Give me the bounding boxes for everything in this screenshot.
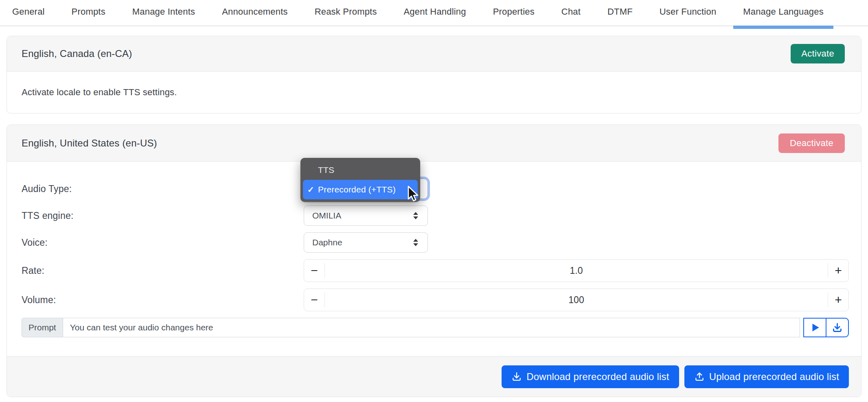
audio-type-label: Audio Type: xyxy=(22,184,304,194)
locale-en-ca-header: English, Canada (en-CA) Activate xyxy=(7,36,861,72)
rate-label: Rate: xyxy=(22,265,304,276)
rate-decrement-button[interactable]: − xyxy=(304,264,324,277)
volume-label: Volume: xyxy=(22,295,304,306)
rate-row: Rate: − 1.0 + xyxy=(22,259,849,282)
activate-hint-text: Activate locale to enable TTS settings. xyxy=(22,87,177,97)
play-audio-button[interactable] xyxy=(803,318,826,337)
tab-agent-handling[interactable]: Agent Handling xyxy=(404,7,466,17)
tab-bar: General Prompts Manage Intents Announcem… xyxy=(0,0,868,26)
tab-reask-prompts[interactable]: Reask Prompts xyxy=(315,7,377,17)
dropdown-option-tts[interactable]: TTS xyxy=(303,160,418,180)
download-icon xyxy=(511,371,522,382)
volume-increment-button[interactable]: + xyxy=(828,294,848,306)
tts-settings-form: Audio Type: Prerecorded (+TTS) TTS engin… xyxy=(7,162,861,356)
tab-announcements[interactable]: Announcements xyxy=(222,7,288,17)
upload-icon xyxy=(694,371,705,382)
chevron-updown-icon xyxy=(412,211,419,220)
tab-manage-intents[interactable]: Manage Intents xyxy=(132,7,195,17)
tab-manage-languages[interactable]: Manage Languages xyxy=(743,7,824,17)
dropdown-option-prerecorded-tts[interactable]: ✓ Prerecorded (+TTS) xyxy=(303,180,418,199)
voice-row: Voice: Daphne xyxy=(22,232,849,253)
upload-prerecorded-list-label: Upload prerecorded audio list xyxy=(709,371,839,382)
rate-stepper: − 1.0 + xyxy=(304,259,849,282)
locale-en-us-header: English, United States (en-US) Deactivat… xyxy=(7,125,861,162)
dropdown-option-label: TTS xyxy=(318,165,334,175)
volume-row: Volume: − 100 + xyxy=(22,288,849,311)
download-prerecorded-list-button[interactable]: Download prerecorded audio list xyxy=(502,365,679,388)
tab-general[interactable]: General xyxy=(12,7,45,17)
deactivate-button[interactable]: Deactivate xyxy=(778,133,845,153)
play-icon xyxy=(810,322,820,333)
rate-value: 1.0 xyxy=(325,265,828,276)
audio-type-dropdown-menu: TTS ✓ Prerecorded (+TTS) xyxy=(300,158,420,202)
tts-engine-row: TTS engine: OMILIA xyxy=(22,205,849,226)
upload-prerecorded-list-button[interactable]: Upload prerecorded audio list xyxy=(684,365,849,388)
locale-panel-en-us: English, United States (en-US) Deactivat… xyxy=(7,125,861,397)
activate-button[interactable]: Activate xyxy=(791,44,845,63)
voice-label: Voice: xyxy=(22,237,304,248)
chevron-updown-icon xyxy=(412,238,419,247)
tts-engine-label: TTS engine: xyxy=(22,210,304,221)
voice-value: Daphne xyxy=(312,238,342,247)
tts-engine-select[interactable]: OMILIA xyxy=(304,205,428,226)
dropdown-option-label: Prerecorded (+TTS) xyxy=(318,185,396,194)
prompt-addon-label: Prompt xyxy=(22,318,63,337)
download-prerecorded-list-label: Download prerecorded audio list xyxy=(526,371,669,382)
voice-select[interactable]: Daphne xyxy=(304,232,428,253)
tab-properties[interactable]: Properties xyxy=(493,7,535,17)
locale-en-ca-body: Activate locale to enable TTS settings. xyxy=(7,72,861,113)
volume-value: 100 xyxy=(325,295,828,306)
tab-user-function[interactable]: User Function xyxy=(660,7,717,17)
volume-decrement-button[interactable]: − xyxy=(304,294,324,306)
rate-increment-button[interactable]: + xyxy=(828,264,848,277)
locale-en-us-footer: Download prerecorded audio list Upload p… xyxy=(7,356,861,397)
prompt-test-input[interactable] xyxy=(63,318,800,337)
locale-en-ca-title: English, Canada (en-CA) xyxy=(22,48,132,59)
locale-en-us-title: English, United States (en-US) xyxy=(22,138,157,149)
tab-dtmf[interactable]: DTMF xyxy=(607,7,633,17)
locale-panel-en-ca: English, Canada (en-CA) Activate Activat… xyxy=(7,36,861,114)
tts-engine-value: OMILIA xyxy=(312,211,341,221)
download-audio-button[interactable] xyxy=(826,318,849,337)
volume-stepper: − 100 + xyxy=(304,288,849,311)
audio-type-row: Audio Type: Prerecorded (+TTS) xyxy=(22,179,849,199)
tab-prompts[interactable]: Prompts xyxy=(72,7,105,17)
prompt-test-row: Prompt xyxy=(22,318,849,337)
check-icon: ✓ xyxy=(307,185,314,194)
download-icon xyxy=(832,322,843,333)
tab-chat[interactable]: Chat xyxy=(561,7,581,17)
